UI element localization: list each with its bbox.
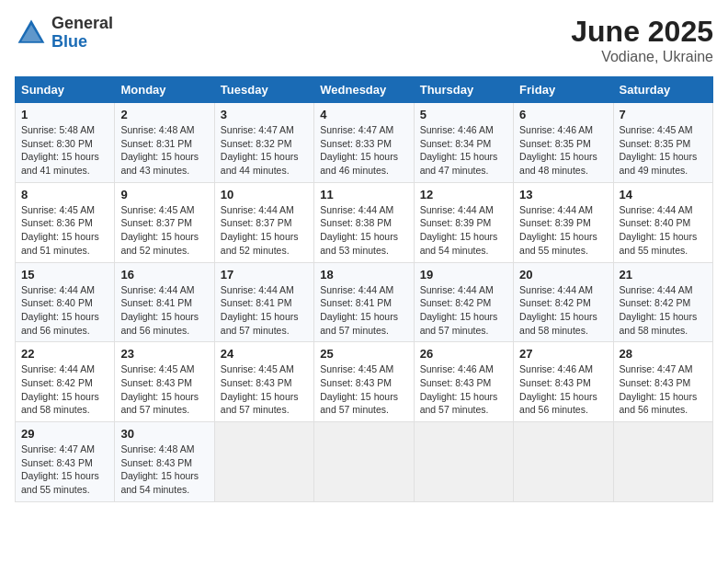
day-number: 30	[120, 427, 208, 441]
day-number: 1	[21, 108, 108, 121]
day-info: Sunrise: 4:44 AM Sunset: 8:42 PM Dayligh…	[420, 283, 507, 338]
day-info: Sunrise: 4:45 AM Sunset: 8:36 PM Dayligh…	[21, 203, 108, 258]
page-header: General Blue June 2025 Vodiane, Ukraine	[15, 15, 713, 65]
day-info: Sunrise: 4:45 AM Sunset: 8:43 PM Dayligh…	[120, 362, 208, 417]
day-number: 16	[120, 268, 208, 282]
day-info: Sunrise: 4:45 AM Sunset: 8:43 PM Dayligh…	[320, 362, 407, 417]
day-cell-25: 25 Sunrise: 4:45 AM Sunset: 8:43 PM Dayl…	[314, 342, 414, 422]
day-number: 13	[519, 188, 607, 201]
day-info: Sunrise: 4:46 AM Sunset: 8:35 PM Dayligh…	[519, 123, 607, 178]
empty-cell	[414, 422, 513, 502]
day-info: Sunrise: 4:46 AM Sunset: 8:43 PM Dayligh…	[420, 362, 507, 417]
day-info: Sunrise: 4:48 AM Sunset: 8:43 PM Dayligh…	[120, 442, 208, 497]
day-cell-12: 12 Sunrise: 4:44 AM Sunset: 8:39 PM Dayl…	[414, 182, 513, 262]
day-info: Sunrise: 4:47 AM Sunset: 8:32 PM Dayligh…	[221, 123, 308, 178]
day-cell-5: 5 Sunrise: 4:46 AM Sunset: 8:34 PM Dayli…	[414, 103, 513, 183]
day-info: Sunrise: 4:47 AM Sunset: 8:43 PM Dayligh…	[620, 362, 707, 417]
day-number: 2	[120, 108, 208, 121]
day-cell-14: 14 Sunrise: 4:44 AM Sunset: 8:40 PM Dayl…	[613, 182, 712, 262]
empty-cell	[214, 422, 313, 502]
col-sunday: Sunday	[16, 77, 115, 103]
day-cell-3: 3 Sunrise: 4:47 AM Sunset: 8:32 PM Dayli…	[214, 103, 313, 183]
day-number: 24	[221, 347, 308, 361]
day-number: 27	[519, 347, 607, 361]
col-saturday: Saturday	[613, 77, 712, 103]
day-cell-30: 30 Sunrise: 4:48 AM Sunset: 8:43 PM Dayl…	[115, 422, 214, 502]
day-number: 6	[519, 108, 607, 121]
day-info: Sunrise: 4:48 AM Sunset: 8:31 PM Dayligh…	[120, 123, 208, 178]
day-number: 3	[221, 108, 308, 121]
day-cell-15: 15 Sunrise: 4:44 AM Sunset: 8:40 PM Dayl…	[16, 262, 115, 342]
day-info: Sunrise: 4:44 AM Sunset: 8:40 PM Dayligh…	[21, 283, 108, 338]
day-cell-23: 23 Sunrise: 4:45 AM Sunset: 8:43 PM Dayl…	[115, 342, 214, 422]
calendar-subtitle: Vodiane, Ukraine	[571, 49, 713, 65]
day-cell-16: 16 Sunrise: 4:44 AM Sunset: 8:41 PM Dayl…	[115, 262, 214, 342]
day-info: Sunrise: 4:44 AM Sunset: 8:42 PM Dayligh…	[620, 283, 707, 338]
calendar-week-2: 8 Sunrise: 4:45 AM Sunset: 8:36 PM Dayli…	[16, 182, 713, 262]
day-number: 28	[620, 347, 707, 361]
calendar-title: June 2025	[571, 15, 713, 49]
day-cell-21: 21 Sunrise: 4:44 AM Sunset: 8:42 PM Dayl…	[613, 262, 712, 342]
calendar-body: 1 Sunrise: 5:48 AM Sunset: 8:30 PM Dayli…	[16, 103, 713, 502]
day-info: Sunrise: 4:44 AM Sunset: 8:39 PM Dayligh…	[519, 203, 607, 258]
day-cell-11: 11 Sunrise: 4:44 AM Sunset: 8:38 PM Dayl…	[314, 182, 414, 262]
empty-cell	[314, 422, 414, 502]
day-info: Sunrise: 4:44 AM Sunset: 8:40 PM Dayligh…	[620, 203, 707, 258]
logo-blue: Blue	[51, 32, 87, 51]
day-cell-6: 6 Sunrise: 4:46 AM Sunset: 8:35 PM Dayli…	[514, 103, 613, 183]
day-info: Sunrise: 4:45 AM Sunset: 8:43 PM Dayligh…	[221, 362, 308, 417]
day-info: Sunrise: 4:44 AM Sunset: 8:39 PM Dayligh…	[420, 203, 507, 258]
logo: General Blue	[15, 15, 113, 52]
day-info: Sunrise: 4:44 AM Sunset: 8:42 PM Dayligh…	[519, 283, 607, 338]
day-info: Sunrise: 4:47 AM Sunset: 8:43 PM Dayligh…	[21, 442, 108, 497]
day-number: 15	[21, 268, 108, 282]
day-cell-9: 9 Sunrise: 4:45 AM Sunset: 8:37 PM Dayli…	[115, 182, 214, 262]
day-cell-19: 19 Sunrise: 4:44 AM Sunset: 8:42 PM Dayl…	[414, 262, 513, 342]
day-number: 14	[620, 188, 707, 201]
calendar-table: Sunday Monday Tuesday Wednesday Thursday…	[15, 76, 713, 502]
day-cell-2: 2 Sunrise: 4:48 AM Sunset: 8:31 PM Dayli…	[115, 103, 214, 183]
day-number: 23	[120, 347, 208, 361]
day-info: Sunrise: 5:48 AM Sunset: 8:30 PM Dayligh…	[21, 123, 108, 178]
calendar-week-3: 15 Sunrise: 4:44 AM Sunset: 8:40 PM Dayl…	[16, 262, 713, 342]
day-cell-4: 4 Sunrise: 4:47 AM Sunset: 8:33 PM Dayli…	[314, 103, 414, 183]
day-info: Sunrise: 4:46 AM Sunset: 8:43 PM Dayligh…	[519, 362, 607, 417]
day-info: Sunrise: 4:44 AM Sunset: 8:41 PM Dayligh…	[120, 283, 208, 338]
day-cell-28: 28 Sunrise: 4:47 AM Sunset: 8:43 PM Dayl…	[613, 342, 712, 422]
day-info: Sunrise: 4:47 AM Sunset: 8:33 PM Dayligh…	[320, 123, 407, 178]
day-number: 11	[320, 188, 407, 201]
calendar-week-4: 22 Sunrise: 4:44 AM Sunset: 8:42 PM Dayl…	[16, 342, 713, 422]
day-cell-26: 26 Sunrise: 4:46 AM Sunset: 8:43 PM Dayl…	[414, 342, 513, 422]
calendar-header-row: Sunday Monday Tuesday Wednesday Thursday…	[16, 77, 713, 103]
col-tuesday: Tuesday	[214, 77, 313, 103]
day-number: 17	[221, 268, 308, 282]
day-number: 4	[320, 108, 407, 121]
day-cell-20: 20 Sunrise: 4:44 AM Sunset: 8:42 PM Dayl…	[514, 262, 613, 342]
day-info: Sunrise: 4:44 AM Sunset: 8:42 PM Dayligh…	[21, 362, 108, 417]
day-info: Sunrise: 4:44 AM Sunset: 8:38 PM Dayligh…	[320, 203, 407, 258]
day-cell-7: 7 Sunrise: 4:45 AM Sunset: 8:35 PM Dayli…	[613, 103, 712, 183]
day-number: 9	[120, 188, 208, 201]
day-number: 22	[21, 347, 108, 361]
day-number: 20	[519, 268, 607, 282]
day-number: 8	[21, 188, 108, 201]
day-number: 21	[620, 268, 707, 282]
day-number: 10	[221, 188, 308, 201]
day-cell-8: 8 Sunrise: 4:45 AM Sunset: 8:36 PM Dayli…	[16, 182, 115, 262]
day-number: 29	[21, 427, 108, 441]
calendar-week-1: 1 Sunrise: 5:48 AM Sunset: 8:30 PM Dayli…	[16, 103, 713, 183]
col-monday: Monday	[115, 77, 214, 103]
day-info: Sunrise: 4:46 AM Sunset: 8:34 PM Dayligh…	[420, 123, 507, 178]
day-number: 25	[320, 347, 407, 361]
day-cell-24: 24 Sunrise: 4:45 AM Sunset: 8:43 PM Dayl…	[214, 342, 313, 422]
empty-cell	[514, 422, 613, 502]
day-info: Sunrise: 4:45 AM Sunset: 8:37 PM Dayligh…	[120, 203, 208, 258]
day-cell-10: 10 Sunrise: 4:44 AM Sunset: 8:37 PM Dayl…	[214, 182, 313, 262]
col-wednesday: Wednesday	[314, 77, 414, 103]
day-number: 5	[420, 108, 507, 121]
logo-icon	[15, 17, 48, 50]
day-number: 18	[320, 268, 407, 282]
day-number: 26	[420, 347, 507, 361]
day-cell-27: 27 Sunrise: 4:46 AM Sunset: 8:43 PM Dayl…	[514, 342, 613, 422]
day-number: 7	[620, 108, 707, 121]
